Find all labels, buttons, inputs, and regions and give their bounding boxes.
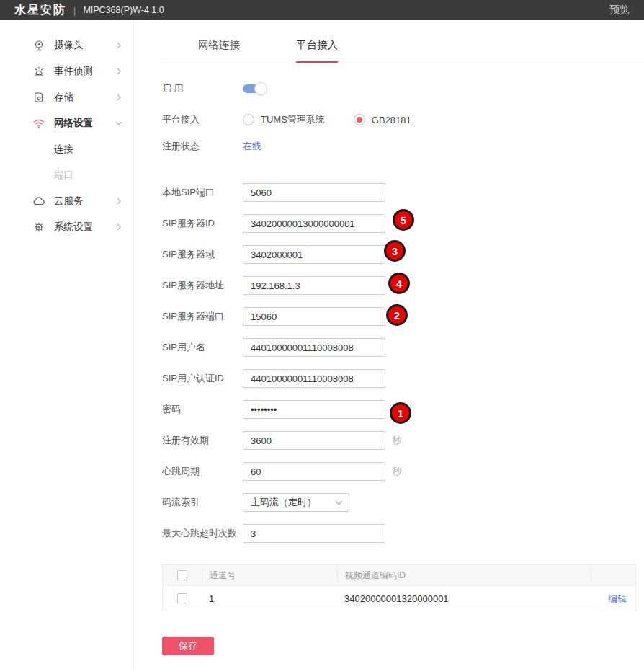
wifi-icon [32,117,45,130]
sidebar-item-event-detection[interactable]: 事件侦测 [0,58,133,84]
sidebar-item-port[interactable]: 端口 [0,162,133,188]
camera-icon [32,39,45,52]
brand-logo: 水星安防 [14,3,66,18]
annotation-badge-1: 1 [390,402,411,424]
heartbeat-period-input[interactable] [243,462,385,481]
password-input[interactable] [243,400,385,419]
unit-seconds: 秒 [393,434,402,447]
chevron-down-icon [115,120,122,127]
heartbeat-period-row: 心跳周期 秒 [162,462,644,481]
local-sip-port-input[interactable] [243,183,385,202]
annotation-badge-2: 2 [386,304,408,326]
registration-status-row: 注册状态 在线 [162,137,644,156]
storage-icon [32,91,45,104]
gear-icon [32,221,45,234]
col-header-action [591,570,635,581]
sidebar-item-label: 系统设置 [54,221,115,234]
sip-server-id-input[interactable] [243,214,385,233]
sip-auth-id-input[interactable] [243,369,385,388]
radio-gb28181[interactable]: GB28181 [354,114,411,125]
annotation-badge-4: 4 [388,273,410,294]
local-sip-port-row: 本地SIP端口 [162,183,644,202]
chevron-right-icon [115,198,122,205]
sip-auth-id-row: SIP用户认证ID [162,369,644,388]
chevron-right-icon [115,68,122,75]
enable-row: 启 用 [162,79,644,98]
tab-bar: 网络连接 平台接入 [162,20,644,63]
sidebar-item-label: 摄像头 [54,39,115,52]
radio-circle-checked-icon [354,114,365,125]
stream-index-row: 码流索引 主码流（定时） [162,493,644,512]
sidebar-item-label: 存储 [54,91,115,104]
brand-divider: | [73,5,76,16]
cloud-icon [32,195,45,208]
select-all-checkbox[interactable] [177,570,187,580]
platform-type-row: 平台接入 TUMS管理系统 GB28181 [162,110,644,129]
sidebar-item-label: 端口 [54,169,122,182]
preview-link[interactable]: 预览 [609,4,630,17]
col-header-encode-id: 视频通道编码ID [337,570,591,581]
registration-status-value[interactable]: 在线 [243,140,261,153]
col-header-channel: 通道号 [202,570,337,581]
chevron-right-icon [115,223,122,231]
main-content: 网络连接 平台接入 启 用 平台接入 TUMS管理系统 GB28181 [133,20,644,669]
registration-validity-input[interactable] [243,431,385,450]
sidebar-item-label: 网络设置 [54,117,115,130]
toggle-knob [254,82,267,95]
alarm-icon [32,65,45,78]
row-checkbox[interactable] [177,593,187,603]
tab-network-connection[interactable]: 网络连接 [198,38,240,63]
sip-server-address-input[interactable] [243,276,385,295]
sidebar-item-label: 事件侦测 [54,65,115,78]
annotation-badge-3: 3 [384,240,406,262]
registration-validity-row: 注册有效期 秒 [162,431,644,450]
tab-platform-access[interactable]: 平台接入 [296,38,338,63]
sip-username-row: SIP用户名 [162,338,644,357]
device-model: MIPC368(P)W-4 1.0 [83,5,164,15]
topbar: 水星安防 | MIPC368(P)W-4 1.0 预览 [0,0,644,20]
platform-radio-group: TUMS管理系统 GB28181 [243,113,411,126]
registration-status-label: 注册状态 [162,140,243,153]
channel-table-header: 通道号 视频通道编码ID [163,565,635,585]
unit-seconds: 秒 [393,465,402,478]
radio-circle-icon [243,114,254,125]
save-button[interactable]: 保存 [162,637,214,655]
channel-number: 1 [202,593,337,604]
sip-server-domain-input[interactable] [243,245,385,264]
radio-tums[interactable]: TUMS管理系统 [243,113,325,126]
sidebar-item-label: 云服务 [54,195,115,208]
max-heartbeat-timeout-row: 最大心跳超时次数 [162,524,644,543]
sidebar-item-network-settings[interactable]: 网络设置 [0,110,133,136]
chevron-right-icon [115,42,122,49]
sidebar-item-camera[interactable]: 摄像头 [0,32,133,58]
stream-index-select[interactable]: 主码流（定时） [243,493,349,512]
sip-server-port-input[interactable] [243,307,385,326]
sidebar-item-connection[interactable]: 连接 [0,136,133,162]
enable-toggle[interactable] [243,84,264,93]
video-channel-encode-id: 34020000001320000001 [337,593,591,604]
chevron-right-icon [115,94,122,101]
table-row: 1 34020000001320000001 编辑 [163,585,635,611]
sidebar-item-label: 连接 [54,143,122,156]
enable-label: 启 用 [162,82,243,95]
platform-type-label: 平台接入 [162,113,243,126]
sidebar-item-cloud-service[interactable]: 云服务 [0,188,133,214]
sip-username-input[interactable] [243,338,385,357]
sidebar-item-storage[interactable]: 存储 [0,84,133,110]
platform-access-form: 启 用 平台接入 TUMS管理系统 GB28181 注册状态 在线 [162,79,644,655]
sidebar-item-system-settings[interactable]: 系统设置 [0,214,133,240]
edit-link[interactable]: 编辑 [608,593,627,604]
max-heartbeat-timeout-input[interactable] [243,524,385,543]
chevron-down-icon [335,499,343,507]
sidebar: 摄像头 事件侦测 存储 [0,20,133,669]
channel-table: 通道号 视频通道编码ID 1 34020000001320000001 编辑 [162,564,636,611]
annotation-badge-5: 5 [393,209,414,231]
